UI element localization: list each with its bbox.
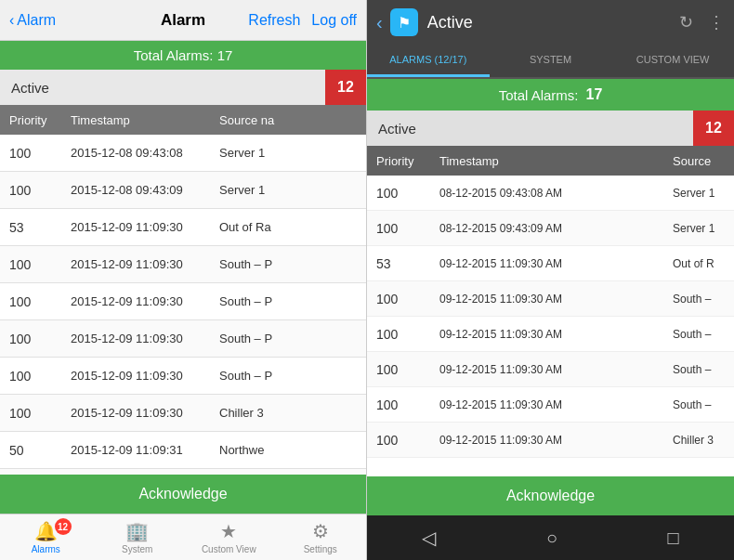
source-cell: Server 1 [212, 146, 366, 160]
badge: 12 [55, 518, 72, 535]
priority-cell: 100 [367, 186, 432, 201]
timestamp-cell: 2015-12-09 11:09:30 [63, 257, 212, 271]
column-header: Priority Timestamp Source na [0, 105, 366, 135]
active-row: Active 12 [0, 70, 366, 105]
tab-custom-view[interactable]: CUSTOM VIEW [611, 45, 734, 77]
table-row[interactable]: 100 09-12-2015 11:09:30 AM South – [367, 352, 734, 387]
table-row[interactable]: 100 2015-12-08 09:43:09 Server 1 [0, 172, 366, 209]
source-cell: South – [669, 398, 734, 411]
right-acknowledge-button[interactable]: Acknowledge [367, 476, 734, 515]
back-button[interactable]: ‹ Alarm [9, 12, 56, 29]
android-home-button[interactable]: ○ [546, 527, 557, 549]
source-cell: Chiller 3 [212, 406, 366, 420]
back-icon[interactable]: ‹ [376, 12, 383, 33]
table-row[interactable]: 50 2015-12-09 11:09:31 Northwe [0, 432, 366, 469]
right-alarm-table: 100 08-12-2015 09:43:08 AM Server 1 100 … [367, 176, 734, 476]
priority-cell: 100 [0, 183, 63, 198]
tabs-bar: ALARMS (12/17)SYSTEMCUSTOM VIEW [367, 45, 734, 79]
alarm-table: 100 2015-12-08 09:43:08 Server 1 100 201… [0, 135, 366, 475]
source-cell: Out of Ra [212, 220, 366, 234]
source-cell: South – P [212, 332, 366, 345]
app-icon: ⚑ [390, 8, 418, 36]
nav-item-custom-view[interactable]: ★ Custom View [183, 514, 275, 560]
nav-label: Custom View [202, 544, 256, 554]
right-header: ‹ ⚑ Active ↻ ⋮ [367, 0, 734, 45]
logoff-button[interactable]: Log off [311, 12, 357, 29]
tab-system[interactable]: SYSTEM [490, 45, 612, 77]
android-recent-button[interactable]: □ [668, 527, 679, 549]
nav-item-system[interactable]: 🏢 System [92, 514, 184, 560]
nav-item-settings[interactable]: ⚙ Settings [275, 514, 367, 560]
source-cell: South – [669, 363, 734, 376]
table-row[interactable]: 53 09-12-2015 11:09:30 AM Out of R [367, 246, 734, 281]
acknowledge-button[interactable]: Acknowledge [0, 475, 366, 514]
col-priority-header: Priority [0, 113, 63, 127]
timestamp-cell: 2015-12-09 11:09:30 [63, 332, 212, 345]
back-label[interactable]: Alarm [17, 12, 56, 29]
android-nav: ◁○□ [367, 515, 734, 560]
table-row[interactable]: 100 2015-12-09 11:09:30 South – P [0, 246, 366, 283]
timestamp-cell: 2015-12-09 11:09:30 [63, 220, 212, 234]
header-actions: Refresh Log off [248, 12, 357, 29]
source-cell: Northwe [212, 443, 366, 457]
table-row[interactable]: 100 2015-12-09 11:09:30 South – P [0, 320, 366, 358]
table-row[interactable]: 100 2015-12-09 11:09:30 Chiller 3 [0, 395, 366, 432]
nav-label: System [122, 544, 152, 554]
col-timestamp-header: Timestamp [63, 113, 212, 127]
android-back-button[interactable]: ◁ [422, 527, 436, 549]
priority-cell: 100 [0, 332, 63, 346]
priority-cell: 100 [0, 406, 63, 421]
left-header: ‹ Alarm Alarm Refresh Log off [0, 0, 366, 41]
priority-cell: 53 [0, 220, 63, 235]
right-col-source-header: Source [669, 154, 734, 168]
priority-cell: 100 [367, 362, 432, 377]
timestamp-cell: 09-12-2015 11:09:30 AM [432, 257, 669, 270]
refresh-button[interactable]: Refresh [248, 12, 300, 29]
right-active-count: 12 [693, 111, 734, 146]
tab-alarms--------[interactable]: ALARMS (12/17) [367, 45, 490, 77]
total-label: Total Alarms: [499, 87, 579, 103]
table-row[interactable]: 100 2015-12-09 11:09:30 South – P [0, 358, 366, 395]
timestamp-cell: 09-12-2015 11:09:30 AM [432, 293, 669, 306]
source-cell: Out of R [669, 257, 734, 270]
table-row[interactable]: 100 09-12-2015 11:09:30 AM Chiller 3 [367, 423, 734, 458]
timestamp-cell: 2015-12-09 11:09:30 [63, 369, 212, 383]
priority-cell: 100 [0, 369, 63, 384]
timestamp-cell: 2015-12-09 11:09:31 [63, 443, 212, 457]
nav-label: Alarms [32, 544, 60, 554]
refresh-icon[interactable]: ↻ [679, 12, 693, 33]
source-cell: Server 1 [669, 222, 734, 235]
priority-cell: 50 [0, 443, 63, 458]
source-cell: South – [669, 293, 734, 306]
table-row[interactable]: 100 08-12-2015 09:43:08 AM Server 1 [367, 176, 734, 211]
timestamp-cell: 2015-12-08 09:43:08 [63, 146, 212, 160]
timestamp-cell: 2015-12-09 11:09:30 [63, 294, 212, 308]
nav-icon: 🏢 [125, 520, 149, 542]
col-source-header: Source na [212, 113, 366, 127]
priority-cell: 100 [0, 294, 63, 309]
table-row[interactable]: 100 09-12-2015 11:09:30 AM South – [367, 281, 734, 317]
source-cell: Server 1 [212, 183, 366, 197]
right-active-row: Active 12 [367, 111, 734, 146]
more-icon[interactable]: ⋮ [708, 12, 725, 33]
nav-label: Settings [304, 544, 337, 554]
right-col-timestamp-header: Timestamp [432, 154, 669, 168]
table-row[interactable]: 100 09-12-2015 11:09:30 AM South – [367, 317, 734, 352]
table-row[interactable]: 100 2015-12-09 11:09:30 South – P [0, 283, 366, 320]
priority-cell: 100 [367, 327, 432, 342]
chevron-left-icon: ‹ [9, 12, 14, 29]
nav-item-alarms[interactable]: 12 🔔 Alarms [0, 514, 92, 560]
table-row[interactable]: 100 09-12-2015 11:09:30 AM South – [367, 387, 734, 423]
right-panel: ‹ ⚑ Active ↻ ⋮ ALARMS (12/17)SYSTEMCUSTO… [367, 0, 734, 560]
right-col-priority-header: Priority [367, 154, 432, 168]
table-row[interactable]: 100 2015-12-08 09:43:08 Server 1 [0, 135, 366, 172]
priority-cell: 100 [0, 146, 63, 161]
left-panel: ‹ Alarm Alarm Refresh Log off Total Alar… [0, 0, 367, 560]
table-row[interactable]: 100 08-12-2015 09:43:09 AM Server 1 [367, 211, 734, 246]
timestamp-cell: 2015-12-08 09:43:09 [63, 183, 212, 197]
source-cell: South – [669, 328, 734, 341]
timestamp-cell: 08-12-2015 09:43:08 AM [432, 187, 669, 200]
table-row[interactable]: 53 2015-12-09 11:09:30 Out of Ra [0, 209, 366, 246]
nav-icon: ⚙ [312, 520, 329, 542]
total-count: 17 [586, 86, 603, 103]
